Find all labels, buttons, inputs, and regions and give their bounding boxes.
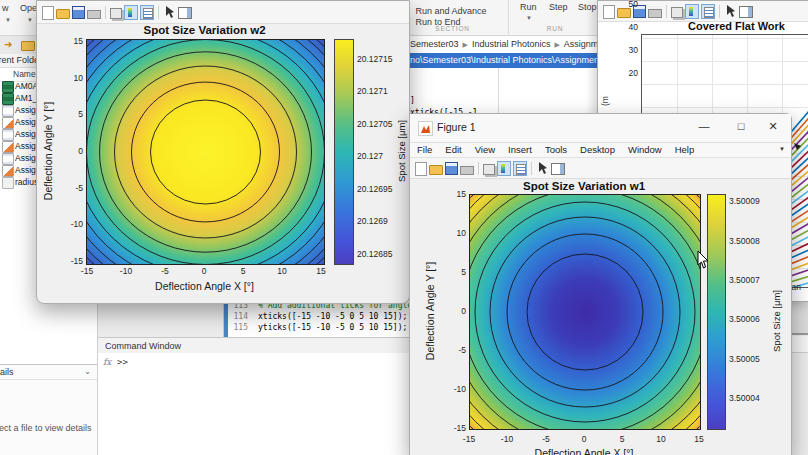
w2-colorbar-tick: 20.12715 (357, 54, 392, 64)
w2-xtick: 0 (191, 266, 217, 276)
text-file-icon (2, 177, 14, 189)
toolbar-separator (158, 6, 159, 19)
stop-button[interactable]: Stop (578, 2, 597, 12)
menu-edit[interactable]: Edit (445, 143, 461, 157)
insert-colorbar-icon[interactable] (685, 4, 699, 19)
w1-ytick: 15 (442, 189, 466, 199)
link-plot-icon[interactable] (110, 8, 122, 19)
insert-legend-icon[interactable] (513, 161, 527, 176)
step-button[interactable]: Step (549, 2, 568, 12)
browse-folder-icon[interactable] (21, 41, 35, 51)
figure-w2-window[interactable]: Spot Size Variation w2 15 10 5 0 -5 -10 … (36, 0, 410, 304)
run-button[interactable]: Run (520, 2, 537, 12)
window-title: Figure 1 (437, 121, 476, 133)
breadcrumb-part[interactable]: Semester03 (410, 39, 459, 49)
breadcrumb-chevron-icon: ▶ (459, 41, 472, 48)
link-plot-icon[interactable] (483, 164, 495, 175)
w2-ytick: 15 (61, 36, 83, 46)
maximize-button[interactable]: □ (728, 118, 754, 134)
details-header[interactable]: Details ⌄ (0, 365, 97, 380)
editor-line-number: 115 (230, 323, 248, 332)
property-inspector-icon[interactable] (178, 7, 192, 19)
pointer-tool-icon[interactable] (536, 161, 549, 175)
w1-contour-plot[interactable] (469, 194, 701, 430)
open-file-icon[interactable] (617, 8, 631, 18)
w2-ylabel: Deflection Angle Y [°] (42, 102, 54, 200)
w2-ytick: -15 (61, 256, 83, 266)
w1-colorbar-tick: 3.50005 (729, 354, 760, 364)
property-inspector-icon[interactable] (551, 163, 565, 175)
w1-xtick: -10 (494, 434, 520, 444)
new-button[interactable]: w (2, 3, 9, 13)
property-inspector-icon[interactable] (739, 6, 753, 18)
w1-ytick: 10 (442, 228, 466, 238)
pointer-tool-icon[interactable] (163, 5, 176, 19)
menu-file[interactable]: File (417, 143, 432, 157)
menu-window[interactable]: Window (628, 143, 662, 157)
covered-plot-title: Covered Flat Work (688, 20, 808, 32)
w2-ytick: -10 (61, 219, 83, 229)
w2-colorbar-label: Spot Size [μm] (396, 120, 407, 182)
link-plot-icon[interactable] (671, 7, 683, 18)
new-figure-icon[interactable] (415, 162, 427, 176)
open-file-icon[interactable] (56, 9, 70, 19)
insert-legend-icon[interactable] (701, 4, 715, 19)
insert-colorbar-icon[interactable] (497, 161, 511, 176)
w1-ylabel: Deflection Angle Y [°] (424, 262, 436, 360)
menu-insert[interactable]: Insert (508, 143, 532, 157)
save-figure-icon[interactable] (72, 6, 85, 19)
menu-tools[interactable]: Tools (545, 143, 567, 157)
w1-colorbar-tick: 3.50006 (729, 314, 760, 324)
figure1-window[interactable]: Figure 1 — □ ✕ File Edit View Insert Too… (409, 113, 792, 455)
menu-help[interactable]: Help (675, 143, 695, 157)
w1-colorbar[interactable] (707, 194, 726, 430)
covered-ytick: 50 (614, 0, 638, 9)
menu-desktop[interactable]: Desktop (580, 143, 615, 157)
editor-code-line[interactable]: yticks([-15 -10 -5 0 5 10 15]); (258, 323, 407, 332)
breadcrumb-part[interactable]: Industrial Photonics (472, 39, 551, 49)
fx-icon: fx (103, 357, 111, 367)
command-prompt[interactable]: >> (117, 357, 128, 367)
open-file-icon[interactable] (429, 165, 443, 175)
w1-xtick: 5 (609, 434, 635, 444)
w2-colorbar[interactable] (334, 39, 354, 265)
insert-colorbar-icon[interactable] (124, 5, 138, 20)
editor-code-line[interactable]: xticks([-15 -10 -5 0 5 10 15]); (258, 312, 407, 321)
covered-ytick: 40 (614, 22, 638, 32)
close-button[interactable]: ✕ (760, 118, 786, 134)
editor-line-number: 114 (230, 312, 248, 321)
w2-contour-plot[interactable] (86, 39, 325, 265)
command-window-scrollbar[interactable] (790, 353, 808, 455)
print-figure-icon[interactable] (460, 166, 474, 175)
editor-section-bar (224, 300, 228, 337)
menu-view[interactable]: View (475, 143, 495, 157)
collapse-chevron-icon[interactable]: ⌄ (84, 365, 91, 379)
screenshot-canvas: w ▼ Open ▼ Run and Advance Run to End SE… (0, 0, 808, 455)
insert-legend-icon[interactable] (140, 5, 154, 20)
minimize-button[interactable]: — (691, 118, 717, 134)
toolbar-separator (531, 162, 532, 175)
forward-arrow-icon[interactable]: ➜ (4, 39, 12, 50)
breadcrumb-chevron-icon: ▶ (550, 41, 563, 48)
w2-ytick: 10 (61, 73, 83, 83)
breadcrumb-part[interactable]: Assignm (564, 39, 599, 49)
w2-xtick: 10 (269, 266, 295, 276)
w1-ytick: 5 (442, 267, 466, 277)
w2-colorbar-tick: 20.1271 (357, 86, 388, 96)
w1-ytick: -10 (442, 384, 466, 394)
figure1-titlebar[interactable]: Figure 1 — □ ✕ (410, 114, 791, 143)
w2-colorbar-tick: 20.12695 (357, 184, 392, 194)
covered-ytick: 30 (614, 45, 638, 55)
menu-overflow-icon[interactable]: ▼ (779, 146, 785, 152)
w2-colorbar-tick: 20.127 (357, 151, 383, 161)
pointer-tool-icon[interactable] (724, 4, 737, 18)
print-figure-icon[interactable] (87, 10, 101, 19)
matlab-logo-icon (418, 121, 433, 136)
print-figure-icon[interactable] (648, 9, 662, 18)
new-figure-icon[interactable] (42, 6, 54, 20)
small-cursor-artifact-icon (794, 143, 802, 151)
figure1-toolbar (410, 158, 791, 179)
run-caret-icon[interactable]: ▼ (526, 15, 532, 21)
w1-colorbar-tick: 3.50009 (729, 196, 760, 206)
save-figure-icon[interactable] (445, 162, 458, 175)
